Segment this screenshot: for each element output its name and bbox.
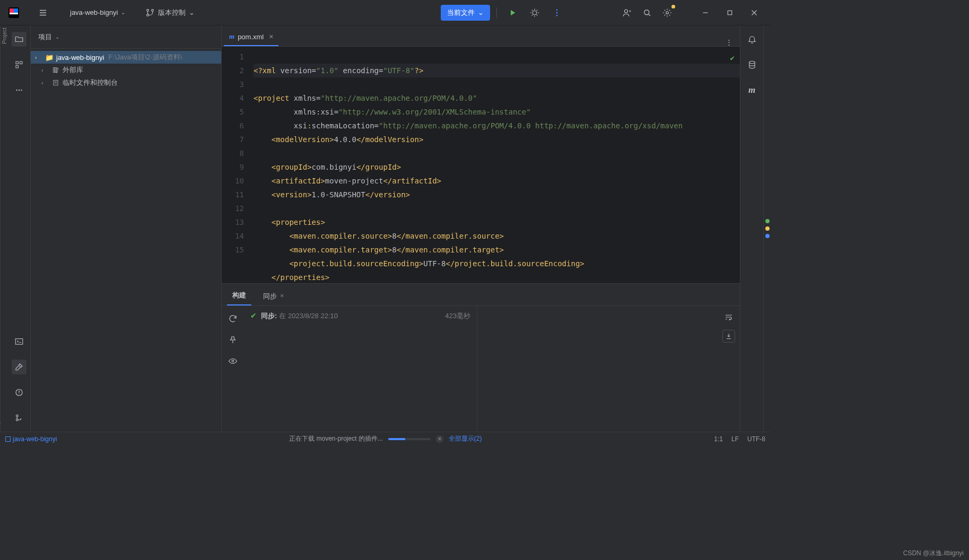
scratch-icon: [51, 79, 60, 86]
git-tool-button[interactable]: [12, 410, 27, 425]
cursor-position[interactable]: 1:1: [714, 435, 723, 443]
build-panel-tabs: 构建 同步×: [222, 284, 740, 306]
minimize-icon: [701, 8, 710, 18]
app-logo-icon: [6, 5, 21, 20]
download-icon: [725, 332, 732, 340]
titlebar: java-web-bignyi ⌄ 版本控制 ⌄ 当前文件 ⌄: [0, 0, 771, 25]
svg-point-24: [16, 419, 18, 421]
line-ending[interactable]: LF: [731, 435, 739, 443]
svg-point-9: [556, 12, 558, 13]
chevron-right-icon[interactable]: ›: [41, 80, 49, 86]
close-window-button[interactable]: [742, 4, 766, 21]
maven-icon: m: [748, 85, 755, 95]
more-actions-button[interactable]: [548, 5, 566, 21]
svg-point-8: [556, 9, 558, 11]
svg-rect-3: [10, 13, 18, 14]
check-ok-icon: ✔: [250, 311, 257, 320]
project-tree[interactable]: › 📁 java-web-bignyi F:\Java项目\2-源码资料\ › …: [31, 49, 221, 432]
tabs-more-button[interactable]: ⋮: [718, 38, 740, 46]
code-content[interactable]: <?xml version="1.0" encoding="UTF-8"?> <…: [254, 47, 740, 283]
tree-scratch-label: 临时文件和控制台: [63, 78, 118, 88]
left-tool-rail: [7, 25, 31, 432]
build-panel-actions: [718, 306, 740, 432]
debug-button[interactable]: [526, 5, 544, 21]
cancel-progress-button[interactable]: ×: [436, 435, 443, 443]
more-tool-button[interactable]: [12, 83, 27, 98]
play-icon: [508, 8, 517, 18]
svg-rect-14: [728, 11, 732, 15]
maven-file-icon: m: [229, 32, 234, 41]
svg-point-5: [147, 14, 149, 16]
hammer-icon: [14, 362, 24, 372]
show-all-link[interactable]: 全部显示(2): [449, 434, 482, 443]
build-output: [477, 306, 718, 432]
vcs-button[interactable]: 版本控制 ⌄: [140, 6, 200, 20]
chevron-right-icon[interactable]: ›: [41, 67, 49, 73]
file-encoding[interactable]: UTF-8: [747, 435, 765, 443]
code-editor[interactable]: ✔ 123456789101112131415 <?xml version="1…: [222, 47, 740, 283]
left-vertical-strip: 设Project: [0, 25, 7, 432]
chevron-down-icon: ⌄: [478, 8, 484, 16]
build-tool-button[interactable]: [12, 360, 27, 374]
line-gutter: 123456789101112131415: [222, 47, 254, 283]
soft-wrap-button[interactable]: [724, 312, 734, 323]
problems-tool-button[interactable]: [12, 385, 27, 400]
svg-rect-16: [20, 62, 22, 64]
statusbar: java-web-bignyi 正在下载 moven-project 的插件..…: [0, 432, 771, 445]
editor-tab-pom[interactable]: m pom.xml ×: [224, 28, 278, 46]
gear-icon: [662, 8, 672, 18]
view-button[interactable]: [226, 355, 239, 368]
chevron-right-icon[interactable]: ›: [35, 55, 42, 60]
structure-tool-button[interactable]: [12, 57, 27, 72]
settings-button[interactable]: [658, 5, 676, 21]
close-tab-icon[interactable]: ×: [269, 32, 273, 41]
bug-icon: [530, 8, 539, 18]
database-icon: [747, 60, 757, 69]
close-tab-icon[interactable]: ×: [280, 292, 284, 301]
project-panel-header[interactable]: 项目 ⌄: [31, 25, 221, 49]
refresh-icon: [228, 314, 238, 323]
run-config-label: 当前文件: [447, 8, 475, 18]
svg-point-23: [16, 415, 18, 417]
run-button[interactable]: [503, 5, 521, 21]
right-vertical-strip: [763, 25, 771, 432]
build-toolbar: [222, 306, 244, 432]
project-selector[interactable]: java-web-bignyi ⌄: [65, 6, 130, 19]
code-with-me-button[interactable]: [618, 5, 636, 21]
chevron-down-icon: ⌄: [121, 10, 125, 15]
build-tab-build[interactable]: 构建: [227, 286, 251, 305]
maximize-icon: [725, 8, 735, 18]
svg-rect-1: [10, 8, 14, 13]
svg-point-6: [152, 9, 154, 11]
pin-button[interactable]: [226, 334, 239, 346]
structure-icon: [14, 60, 24, 69]
notifications-button[interactable]: [745, 32, 760, 47]
pin-icon: [228, 335, 238, 345]
build-tab-sync[interactable]: 同步×: [258, 287, 290, 305]
sync-result-row[interactable]: ✔ 同步:在 2023/8/28 22:10 423毫秒: [244, 306, 477, 432]
inspection-ok-icon[interactable]: ✔: [730, 51, 735, 65]
tree-row-root[interactable]: › 📁 java-web-bignyi F:\Java项目\2-源码资料\: [31, 51, 221, 64]
run-config-button[interactable]: 当前文件 ⌄: [441, 5, 490, 21]
tree-row-external-libs[interactable]: › 外部库: [31, 64, 221, 76]
svg-point-4: [147, 9, 149, 11]
project-panel: 项目 ⌄ › 📁 java-web-bignyi F:\Java项目\2-源码资…: [31, 25, 222, 432]
svg-point-18: [16, 90, 17, 91]
sync-duration: 423毫秒: [445, 311, 470, 321]
rerun-button[interactable]: [226, 312, 239, 325]
maximize-button[interactable]: [718, 4, 742, 21]
scroll-to-end-button[interactable]: [722, 330, 735, 343]
project-tool-button[interactable]: [12, 32, 27, 47]
minimize-button[interactable]: [693, 4, 718, 21]
maven-button[interactable]: m: [745, 83, 760, 98]
database-button[interactable]: [745, 57, 760, 72]
chevron-down-icon: ⌄: [55, 34, 59, 40]
module-indicator[interactable]: java-web-bignyi: [5, 435, 57, 443]
terminal-tool-button[interactable]: [12, 334, 27, 349]
tree-row-scratches[interactable]: › 临时文件和控制台: [31, 76, 221, 89]
main-menu-icon[interactable]: [34, 5, 52, 21]
person-add-icon: [622, 8, 632, 18]
more-vert-icon: [552, 8, 562, 18]
search-button[interactable]: [638, 5, 656, 21]
progress-text: 正在下载 moven-project 的插件...: [289, 434, 383, 443]
